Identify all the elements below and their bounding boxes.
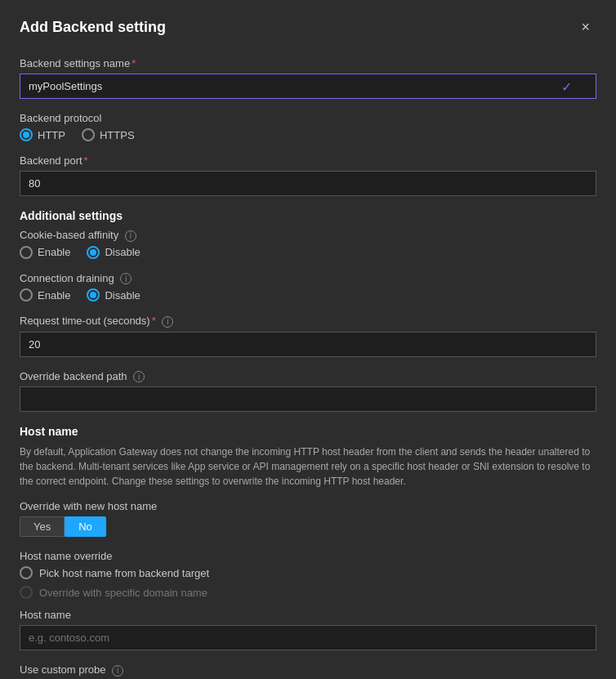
backend-protocol-label: Backend protocol xyxy=(20,112,596,124)
cookie-affinity-disable-label: Disable xyxy=(105,246,140,258)
backend-protocol-group: Backend protocol HTTP HTTPS xyxy=(20,112,596,141)
protocol-http-option[interactable]: HTTP xyxy=(20,128,65,141)
panel-header: Add Backend setting × xyxy=(20,16,596,38)
backend-settings-name-label: Backend settings name* xyxy=(20,57,596,69)
cookie-affinity-enable-label: Enable xyxy=(38,246,70,258)
host-name-section: Host name By default, Application Gatewa… xyxy=(20,425,596,679)
backend-settings-name-input[interactable] xyxy=(20,74,596,99)
use-custom-probe-group: Use custom probe i Yes No xyxy=(20,663,596,679)
connection-draining-enable-label: Enable xyxy=(38,289,70,302)
override-specific-domain-option[interactable]: Override with specific domain name xyxy=(20,586,596,599)
host-name-input-label: Host name xyxy=(20,609,596,621)
protocol-http-label: HTTP xyxy=(38,129,65,141)
protocol-http-radio[interactable] xyxy=(20,128,33,141)
host-name-override-label: Host name override xyxy=(20,550,596,562)
pick-host-name-radio[interactable] xyxy=(20,566,33,579)
pick-host-name-label: Pick host name from backend target xyxy=(39,567,209,579)
connection-draining-enable-option[interactable]: Enable xyxy=(20,288,70,302)
close-button[interactable]: × xyxy=(574,16,596,38)
override-host-name-group: Override with new host name Yes No xyxy=(20,500,596,537)
backend-settings-name-input-wrapper: ✓ xyxy=(20,74,596,99)
connection-draining-disable-option[interactable]: Disable xyxy=(87,288,140,302)
additional-settings-title: Additional settings xyxy=(20,209,596,222)
use-custom-probe-info-icon[interactable]: i xyxy=(112,665,123,677)
override-specific-domain-radio[interactable] xyxy=(20,586,33,599)
backend-protocol-radio-group: HTTP HTTPS xyxy=(20,128,596,141)
override-specific-domain-label: Override with specific domain name xyxy=(39,587,208,599)
host-name-description: By default, Application Gateway does not… xyxy=(20,444,596,489)
host-name-input-group: Host name xyxy=(20,609,596,650)
request-timeout-group: Request time-out (seconds)* i xyxy=(20,315,596,357)
host-name-override-group: Host name override Pick host name from b… xyxy=(20,550,596,599)
override-backend-path-group: Override backend path i xyxy=(20,370,596,413)
cookie-affinity-enable-option[interactable]: Enable xyxy=(20,246,70,259)
request-timeout-info-icon[interactable]: i xyxy=(162,316,173,328)
connection-draining-info-icon[interactable]: i xyxy=(120,273,132,284)
override-backend-path-label: Override backend path i xyxy=(20,370,596,383)
connection-draining-group: Connection draining i Enable Disable xyxy=(20,272,596,302)
host-name-input[interactable] xyxy=(20,625,596,650)
backend-port-label: Backend port* xyxy=(20,154,596,167)
panel: Add Backend setting × Backend settings n… xyxy=(0,0,616,679)
backend-port-input[interactable] xyxy=(20,171,596,196)
check-icon: ✓ xyxy=(561,78,572,94)
cookie-affinity-disable-option[interactable]: Disable xyxy=(87,246,140,259)
connection-draining-label: Connection draining i xyxy=(20,272,596,285)
cookie-affinity-group: Cookie-based affinity i Enable Disable xyxy=(20,229,596,259)
connection-draining-disable-radio[interactable] xyxy=(87,288,100,302)
connection-draining-radio-group: Enable Disable xyxy=(20,288,596,302)
backend-settings-name-group: Backend settings name* ✓ xyxy=(20,57,596,99)
use-custom-probe-label: Use custom probe i xyxy=(20,663,596,677)
override-backend-path-input[interactable] xyxy=(20,386,596,412)
additional-settings-section: Additional settings Cookie-based affinit… xyxy=(20,209,596,412)
cookie-affinity-enable-radio[interactable] xyxy=(20,246,33,259)
cookie-affinity-radio-group: Enable Disable xyxy=(20,246,596,259)
protocol-https-label: HTTPS xyxy=(100,129,135,141)
connection-draining-enable-radio[interactable] xyxy=(20,288,33,302)
request-timeout-label: Request time-out (seconds)* i xyxy=(20,315,596,328)
host-name-section-title: Host name xyxy=(20,425,596,438)
override-host-name-toggle: Yes No xyxy=(20,516,596,537)
cookie-affinity-label: Cookie-based affinity i xyxy=(20,229,596,242)
backend-port-group: Backend port* xyxy=(20,154,596,196)
request-timeout-input[interactable] xyxy=(20,332,596,357)
pick-host-name-option[interactable]: Pick host name from backend target xyxy=(20,566,596,579)
cookie-affinity-disable-radio[interactable] xyxy=(87,246,100,259)
override-backend-path-info-icon[interactable]: i xyxy=(133,371,145,382)
cookie-affinity-info-icon[interactable]: i xyxy=(125,230,136,242)
override-host-name-yes-button[interactable]: Yes xyxy=(20,516,65,537)
override-host-name-label: Override with new host name xyxy=(20,500,596,512)
protocol-https-radio[interactable] xyxy=(82,128,95,141)
connection-draining-disable-label: Disable xyxy=(105,289,140,302)
panel-title: Add Backend setting xyxy=(20,19,166,36)
protocol-https-option[interactable]: HTTPS xyxy=(82,128,135,141)
override-host-name-no-button[interactable]: No xyxy=(65,516,106,537)
